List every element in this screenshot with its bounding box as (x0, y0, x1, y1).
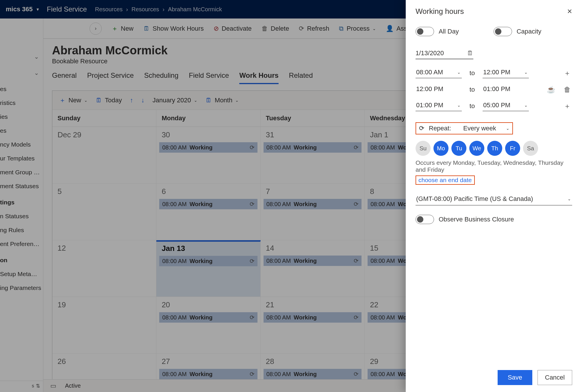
time-row: 12:00 PMto01:00 PM☕🗑 (416, 85, 572, 95)
sidebar-item[interactable]: ies (0, 110, 43, 124)
sidebar-item[interactable]: n Statuses (0, 209, 43, 223)
time-to-input[interactable]: 12:00 PM⌄ (483, 68, 529, 78)
calendar-cell[interactable]: 708:00 AMWorking⟳ (261, 184, 365, 240)
all-day-toggle[interactable] (416, 27, 434, 36)
calendar-cell[interactable]: 2108:00 AMWorking⟳ (261, 297, 365, 354)
calendar-cell[interactable]: 608:00 AMWorking⟳ (156, 184, 260, 240)
time-from-input[interactable]: 01:00 PM⌄ (416, 101, 462, 111)
product-switcher[interactable]: mics 365 ▾ (6, 5, 39, 13)
tab-work-hours[interactable]: Work Hours (239, 71, 279, 84)
calendar-new-button[interactable]: ＋ New ⌄ (59, 96, 88, 105)
calendar-cell[interactable]: 1408:00 AMWorking⟳ (261, 240, 365, 297)
save-button[interactable]: Save (498, 370, 532, 385)
calendar-cell[interactable]: 3008:00 AMWorking⟳ (156, 127, 260, 184)
day-pill-sa[interactable]: Sa (523, 141, 538, 156)
process-button[interactable]: ⧉ Process ⌄ (339, 25, 376, 32)
expand-button[interactable]: › (90, 23, 102, 35)
calendar-view-picker[interactable]: 🗓 Month ⌄ (205, 97, 239, 104)
calendar-month-picker[interactable]: January 2020 ⌄ (153, 97, 197, 104)
time-from-input[interactable]: 08:00 AM⌄ (416, 68, 462, 78)
capacity-toggle[interactable] (494, 27, 512, 36)
chevron-down-icon: ⌄ (568, 197, 571, 201)
all-day-label: All Day (439, 28, 459, 35)
day-pill-tu[interactable]: Tu (451, 141, 466, 156)
new-button[interactable]: ＋ New (112, 24, 134, 33)
process-label: Process (346, 25, 369, 32)
day-pill-th[interactable]: Th (487, 141, 502, 156)
calendar-day-number: Jan 13 (159, 243, 257, 254)
new-label: New (121, 25, 134, 32)
time-to-input: 01:00 PM (483, 85, 529, 95)
add-slot-button[interactable]: ＋ (562, 101, 572, 111)
calendar-event[interactable]: 08:00 AMWorking⟳ (264, 312, 362, 323)
delete-slot-button[interactable]: 🗑 (562, 85, 572, 95)
tab-field-service[interactable]: Field Service (189, 71, 229, 84)
sidebar-item[interactable]: es (0, 82, 43, 96)
calendar-cell[interactable]: 19 (52, 297, 156, 354)
event-time: 08:00 AM (266, 201, 291, 208)
calendar-cell[interactable]: Dec 29 (52, 127, 156, 184)
add-slot-button[interactable]: ＋ (562, 68, 572, 78)
calendar-event[interactable]: 08:00 AMWorking⟳ (264, 369, 362, 379)
sidebar-item[interactable]: ristics (0, 96, 43, 110)
sidebar-item[interactable]: ur Templates (0, 151, 43, 165)
day-pill-we[interactable]: We (469, 141, 484, 156)
event-time: 08:00 AM (162, 144, 187, 151)
deactivate-button[interactable]: ⊘ Deactivate (214, 25, 252, 32)
delete-button[interactable]: 🗑 Delete (262, 25, 289, 32)
calendar-event[interactable]: 08:00 AMWorking⟳ (264, 199, 362, 209)
sidebar-item[interactable]: ing Parameters (0, 281, 43, 295)
date-input[interactable]: 1/13/2020 🗓 (416, 49, 473, 59)
tab-related[interactable]: Related (289, 71, 313, 84)
refresh-button[interactable]: ⟳ Refresh (299, 25, 329, 32)
sidebar-item[interactable]: ncy Models (0, 138, 43, 151)
calendar-next[interactable]: ↓ (141, 97, 144, 104)
calendar-day-number: 27 (159, 356, 257, 367)
calendar-event[interactable]: 08:00 AMWorking⟳ (159, 256, 257, 266)
calendar-event[interactable]: 08:00 AMWorking⟳ (159, 369, 257, 379)
cancel-button[interactable]: Cancel (537, 370, 572, 385)
tab-project-service[interactable]: Project Service (87, 71, 134, 84)
calendar-event[interactable]: 08:00 AMWorking⟳ (159, 199, 257, 209)
choose-end-date-link[interactable]: choose an end date (416, 175, 475, 185)
observe-closure-toggle[interactable] (416, 215, 434, 224)
event-time: 08:00 AM (162, 371, 187, 378)
cal-new-label: New (68, 97, 81, 104)
chevron-down-icon: ⌄ (506, 126, 509, 131)
sidebar-item[interactable]: es (0, 124, 43, 138)
calendar-cell[interactable]: 5 (52, 184, 156, 240)
calendar-cell[interactable]: 3108:00 AMWorking⟳ (261, 127, 365, 184)
calendar-today-button[interactable]: 🗓 Today (96, 97, 122, 104)
breadcrumb-2[interactable]: Resources (131, 6, 159, 13)
calendar-cell[interactable]: 2008:00 AMWorking⟳ (156, 297, 260, 354)
chevron-down-icon[interactable]: ⌄ (34, 53, 39, 60)
area-switcher[interactable]: s ⇅ (0, 381, 43, 391)
show-work-hours-button[interactable]: 🗓 Show Work Hours (143, 25, 204, 32)
break-button[interactable]: ☕ (546, 85, 556, 95)
breadcrumb-3: Abraham McCormick (168, 6, 222, 13)
calendar-event[interactable]: 08:00 AMWorking⟳ (264, 256, 362, 266)
sidebar-item[interactable]: ent Preferences (0, 237, 43, 251)
calendar-cell[interactable]: Jan 1308:00 AMWorking⟳ (156, 240, 260, 297)
time-to-input[interactable]: 05:00 PM⌄ (483, 101, 529, 111)
calendar-prev[interactable]: ↑ (130, 97, 133, 104)
timezone-selector[interactable]: (GMT-08:00) Pacific Time (US & Canada) ⌄ (416, 195, 572, 206)
repeat-selector[interactable]: ⟳ Repeat: Every week ⌄ (416, 122, 513, 134)
day-pill-su[interactable]: Su (416, 141, 431, 156)
day-pill-fr[interactable]: Fr (505, 141, 520, 156)
sidebar-item[interactable]: ng Rules (0, 223, 43, 237)
sidebar-item[interactable]: ment Group … (0, 165, 43, 179)
calendar-event[interactable]: 08:00 AMWorking⟳ (264, 142, 362, 153)
tab-scheduling[interactable]: Scheduling (144, 71, 179, 84)
sidebar-item[interactable]: ment Statuses (0, 179, 43, 193)
calendar-event[interactable]: 08:00 AMWorking⟳ (159, 142, 257, 153)
calendar-event[interactable]: 08:00 AMWorking⟳ (159, 312, 257, 323)
day-pill-mo[interactable]: Mo (433, 141, 448, 156)
breadcrumb-1[interactable]: Resources (95, 6, 123, 13)
sidebar-item[interactable]: Setup Meta… (0, 267, 43, 281)
close-button[interactable]: ✕ (567, 8, 572, 15)
chevron-down-icon: ⌄ (524, 103, 528, 108)
chevron-down-icon[interactable]: ⌄ (34, 69, 39, 76)
tab-general[interactable]: General (52, 71, 77, 84)
calendar-cell[interactable]: 12 (52, 240, 156, 297)
